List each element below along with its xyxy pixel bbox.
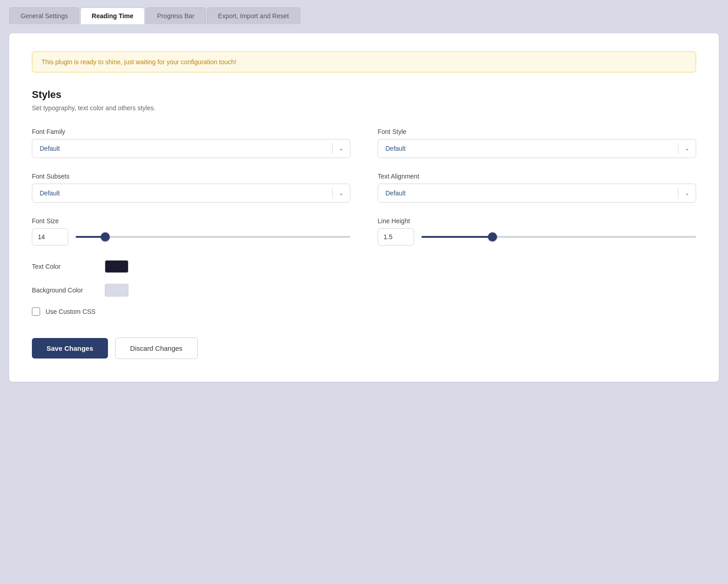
font-style-label: Font Style xyxy=(378,128,696,135)
font-subsets-group: Font Subsets Default Latin Cyrillic ⌄ xyxy=(32,173,350,203)
font-style-select[interactable]: Default Normal Italic Bold xyxy=(378,139,678,158)
notice-banner: This plugin is ready to shine, just wait… xyxy=(32,51,696,72)
background-color-row: Background Color xyxy=(32,284,696,297)
chevron-down-icon-4: ⌄ xyxy=(678,190,696,196)
chevron-down-icon-2: ⌄ xyxy=(678,145,696,152)
tab-reading-time[interactable]: Reading Time xyxy=(80,7,145,24)
tabs-bar: General Settings Reading Time Progress B… xyxy=(0,0,728,24)
section-title: Styles xyxy=(32,89,696,101)
font-family-group: Font Family Default Arial Georgia Helvet… xyxy=(32,128,350,158)
custom-css-checkbox[interactable] xyxy=(32,307,40,316)
notice-text: This plugin is ready to shine, just wait… xyxy=(41,58,236,66)
font-style-group: Font Style Default Normal Italic Bold ⌄ xyxy=(378,128,696,158)
line-height-slider[interactable] xyxy=(421,236,696,238)
font-subsets-select[interactable]: Default Latin Cyrillic xyxy=(32,184,332,202)
section-subtitle: Set typography, text color and others st… xyxy=(32,104,696,112)
font-size-label: Font Size xyxy=(32,217,350,225)
custom-css-label[interactable]: Use Custom CSS xyxy=(46,308,96,315)
custom-css-row: Use Custom CSS xyxy=(32,307,696,316)
font-family-select[interactable]: Default Arial Georgia Helvetica xyxy=(32,139,332,158)
font-family-select-wrapper: Default Arial Georgia Helvetica ⌄ xyxy=(32,139,350,158)
font-family-label: Font Family xyxy=(32,128,350,135)
background-color-swatch[interactable] xyxy=(105,284,128,297)
save-button[interactable]: Save Changes xyxy=(32,338,108,359)
tab-general-settings[interactable]: General Settings xyxy=(9,7,79,24)
font-subsets-select-wrapper: Default Latin Cyrillic ⌄ xyxy=(32,184,350,203)
line-height-input[interactable] xyxy=(378,228,414,246)
line-height-label: Line Height xyxy=(378,217,696,225)
tab-progress-bar[interactable]: Progress Bar xyxy=(146,7,206,24)
font-size-slider[interactable] xyxy=(76,236,350,238)
chevron-down-icon-3: ⌄ xyxy=(333,190,350,196)
text-alignment-select-wrapper: Default Left Center Right ⌄ xyxy=(378,184,696,203)
font-subsets-label: Font Subsets xyxy=(32,173,350,180)
text-color-swatch[interactable] xyxy=(105,260,128,273)
font-size-slider-row xyxy=(32,228,350,246)
line-height-group: Line Height xyxy=(378,217,696,246)
button-row: Save Changes Discard Changes xyxy=(32,338,696,359)
text-alignment-group: Text Alignment Default Left Center Right… xyxy=(378,173,696,203)
settings-card: This plugin is ready to shine, just wait… xyxy=(9,33,719,382)
font-size-group: Font Size xyxy=(32,217,350,246)
text-alignment-label: Text Alignment xyxy=(378,173,696,180)
font-size-input[interactable] xyxy=(32,228,68,246)
chevron-down-icon: ⌄ xyxy=(333,145,350,152)
tab-export-import-reset[interactable]: Export, Import and Reset xyxy=(207,7,301,24)
background-color-label: Background Color xyxy=(32,287,96,294)
line-height-slider-row xyxy=(378,228,696,246)
main-content: This plugin is ready to shine, just wait… xyxy=(0,24,728,400)
form-grid-row3: Font Size Line Height xyxy=(32,217,696,246)
text-alignment-select[interactable]: Default Left Center Right xyxy=(378,184,678,202)
font-style-select-wrapper: Default Normal Italic Bold ⌄ xyxy=(378,139,696,158)
form-grid-row1: Font Family Default Arial Georgia Helvet… xyxy=(32,128,696,158)
form-grid-row2: Font Subsets Default Latin Cyrillic ⌄ Te… xyxy=(32,173,696,203)
text-color-row: Text Color xyxy=(32,260,696,273)
discard-button[interactable]: Discard Changes xyxy=(115,338,198,359)
text-color-label: Text Color xyxy=(32,263,96,270)
